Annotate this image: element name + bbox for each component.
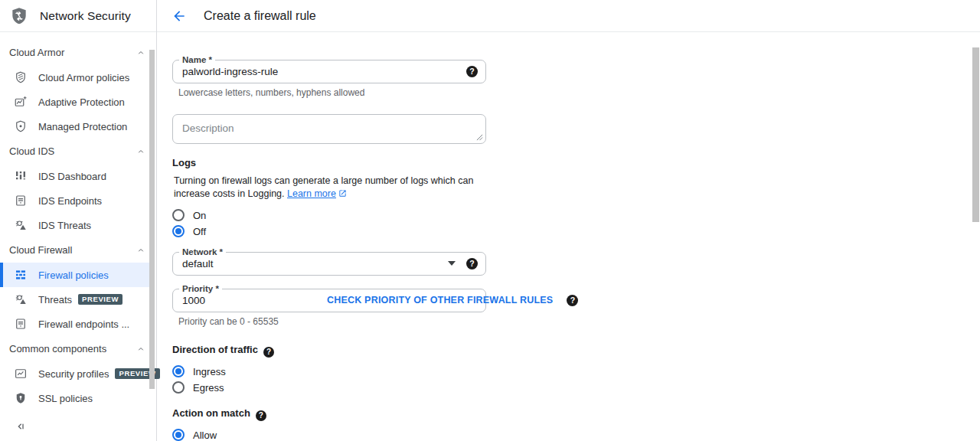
logs-on-radio[interactable]: On <box>172 207 586 224</box>
sidebar-item-label: Threats <box>38 294 72 305</box>
main-content: Create a firewall rule Name * ? Lowercas… <box>157 0 980 441</box>
sidebar-scrollbar[interactable] <box>149 50 155 389</box>
description-placeholder: Description <box>182 122 234 134</box>
sidebar-item-threats[interactable]: Threats PREVIEW <box>0 287 156 312</box>
chevron-up-icon <box>136 48 145 57</box>
sidebar-item-ssl-policies[interactable]: SSL policies <box>0 386 156 410</box>
help-icon[interactable]: ? <box>466 66 478 77</box>
endpoint-icon <box>14 317 28 331</box>
bug-icon <box>14 292 28 306</box>
action-radio-group: Allow Deny <box>172 427 586 441</box>
check-priority-link[interactable]: CHECK PRIORITY OF OTHER FIREWALL RULES <box>327 295 553 305</box>
name-field: Name * ? <box>172 60 486 83</box>
sidebar-item-label: Managed Protection <box>38 121 127 132</box>
sidebar-item-cloud-armor-policies[interactable]: Cloud Armor policies <box>0 65 156 90</box>
sidebar-item-label: IDS Dashboard <box>38 171 106 182</box>
allow-radio[interactable]: Allow <box>172 427 586 441</box>
help-icon[interactable]: ? <box>466 258 478 270</box>
sidebar-item-managed-protection[interactable]: Managed Protection <box>0 114 156 139</box>
external-link-icon <box>338 189 347 198</box>
back-arrow-icon[interactable] <box>171 8 188 24</box>
chevron-up-icon <box>136 147 145 156</box>
sidebar-nav: Cloud Armor Cloud Armor policies Adaptiv… <box>0 32 156 410</box>
sidebar-item-ids-endpoints[interactable]: IDS Endpoints <box>0 188 156 213</box>
radio-selected-icon <box>172 429 185 441</box>
radio-selected-icon <box>172 365 185 377</box>
sidebar-item-ids-dashboard[interactable]: IDS Dashboard <box>0 164 156 188</box>
logs-heading: Logs <box>172 157 586 168</box>
bug-icon <box>14 218 28 232</box>
description-textarea[interactable]: Description <box>172 114 486 144</box>
section-common-components[interactable]: Common components <box>0 336 156 361</box>
name-field-label: Name * <box>179 55 215 66</box>
page-header: Create a firewall rule <box>157 0 980 32</box>
sidebar-item-label: Cloud Armor policies <box>38 72 129 83</box>
priority-field: Priority * CHECK PRIORITY OF OTHER FIREW… <box>172 289 486 312</box>
sidebar-item-label: Firewall endpoints ... <box>38 318 129 330</box>
help-icon[interactable]: ? <box>567 295 578 306</box>
sidebar: Network Security Cloud Armor Cloud Armor… <box>0 0 157 441</box>
dashboard-icon <box>14 169 28 183</box>
section-label: Cloud IDS <box>9 145 54 157</box>
section-cloud-firewall[interactable]: Cloud Firewall <box>0 237 156 263</box>
firewall-rule-form: Name * ? Lowercase letters, numbers, hyp… <box>157 32 586 441</box>
section-label: Common components <box>9 343 106 354</box>
dropdown-caret-icon <box>448 261 456 266</box>
section-cloud-ids[interactable]: Cloud IDS <box>0 139 156 164</box>
shield-hatch-icon <box>14 70 28 84</box>
radio-icon <box>172 209 185 221</box>
sidebar-item-label: Firewall policies <box>38 270 109 281</box>
shield-dot-icon <box>14 119 28 133</box>
sidebar-item-firewall-policies[interactable]: Firewall policies <box>0 263 151 287</box>
section-label: Cloud Armor <box>9 47 64 58</box>
help-icon[interactable]: ? <box>263 347 274 358</box>
chevron-up-icon <box>136 345 145 354</box>
resize-handle-icon[interactable] <box>476 134 483 141</box>
shield-lock-icon <box>14 391 28 405</box>
network-select-value: default <box>173 258 448 270</box>
app-window: Network Security Cloud Armor Cloud Armor… <box>0 0 980 441</box>
sidebar-item-security-profiles[interactable]: Security profiles PREVIEW <box>0 361 156 386</box>
learn-more-link[interactable]: Learn more <box>287 188 336 199</box>
section-cloud-armor[interactable]: Cloud Armor <box>0 40 156 65</box>
sidebar-item-ids-threats[interactable]: IDS Threats <box>0 213 156 237</box>
direction-heading: Direction of traffic? <box>172 344 586 358</box>
sidebar-item-label: Security profiles <box>38 368 109 380</box>
sidebar-item-firewall-endpoints[interactable]: Firewall endpoints ... <box>0 312 156 336</box>
chart-plus-icon <box>14 95 28 109</box>
priority-field-label: Priority * <box>179 284 222 295</box>
sidebar-item-adaptive-protection[interactable]: Adaptive Protection <box>0 90 156 114</box>
product-title: Network Security <box>40 9 131 23</box>
sidebar-item-label: Adaptive Protection <box>38 96 125 108</box>
sidebar-item-label: IDS Threats <box>38 220 91 231</box>
collapse-sidebar-button[interactable] <box>12 418 29 435</box>
sidebar-header: Network Security <box>0 0 156 32</box>
sidebar-item-label: IDS Endpoints <box>38 195 102 207</box>
name-input[interactable] <box>173 60 466 83</box>
page-title: Create a firewall rule <box>204 9 316 23</box>
radio-selected-icon <box>172 225 185 237</box>
profile-card-icon <box>14 367 28 381</box>
network-field-label: Network * <box>179 247 226 258</box>
preview-badge: PREVIEW <box>78 294 122 305</box>
action-heading: Action on match? <box>172 407 586 421</box>
ingress-radio[interactable]: Ingress <box>172 364 586 380</box>
chevron-up-icon <box>136 246 145 255</box>
name-helper-text: Lowercase letters, numbers, hyphens allo… <box>178 87 586 98</box>
network-security-logo-icon <box>9 6 29 26</box>
firewall-icon <box>14 268 28 282</box>
sidebar-item-label: SSL policies <box>38 393 93 404</box>
logs-off-radio[interactable]: Off <box>172 224 586 240</box>
network-field[interactable]: Network * default ? <box>172 252 486 276</box>
egress-radio[interactable]: Egress <box>172 380 586 396</box>
radio-icon <box>172 381 185 394</box>
help-icon[interactable]: ? <box>256 410 266 421</box>
logs-note: Turning on firewall logs can generate a … <box>172 175 479 201</box>
priority-helper-text: Priority can be 0 - 65535 <box>178 316 586 327</box>
main-scrollbar[interactable] <box>972 47 979 222</box>
logs-radio-group: On Off <box>172 207 586 240</box>
endpoint-icon <box>14 194 28 207</box>
direction-radio-group: Ingress Egress <box>172 364 586 396</box>
section-label: Cloud Firewall <box>9 244 72 256</box>
